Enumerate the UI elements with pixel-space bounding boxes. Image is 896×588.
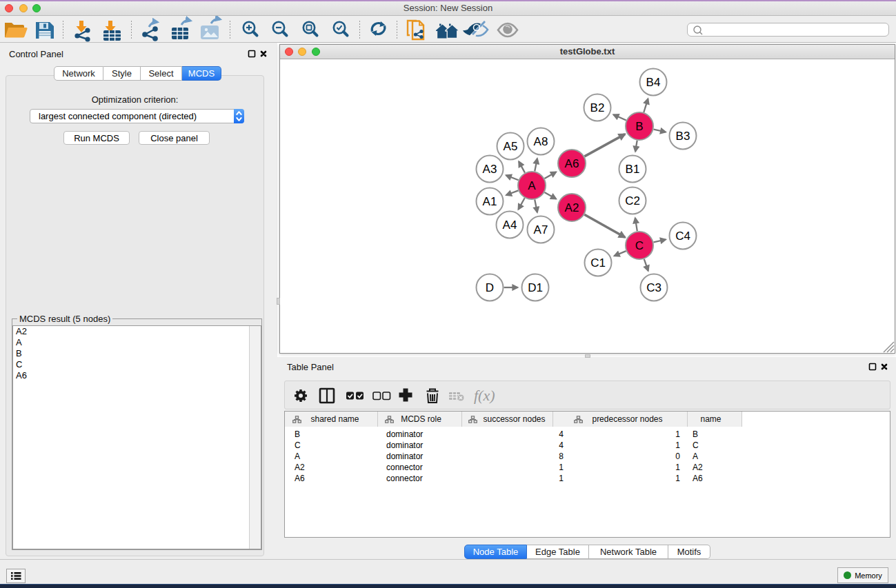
- svg-text:A6: A6: [565, 157, 579, 170]
- svg-text:C3: C3: [646, 281, 661, 294]
- svg-text:f(x): f(x): [474, 387, 495, 404]
- svg-text:D: D: [486, 281, 494, 294]
- svg-text:A2: A2: [565, 201, 579, 214]
- svg-text:D1: D1: [528, 281, 543, 294]
- svg-text:C2: C2: [625, 194, 640, 207]
- svg-text:B3: B3: [676, 130, 690, 143]
- svg-text:A1: A1: [483, 195, 497, 208]
- svg-text:B1: B1: [626, 163, 640, 176]
- svg-text:A4: A4: [503, 219, 517, 232]
- svg-text:A8: A8: [534, 135, 548, 148]
- svg-text:C1: C1: [590, 256, 606, 270]
- svg-text:A: A: [528, 179, 536, 192]
- svg-text:B4: B4: [646, 76, 661, 89]
- svg-text:B2: B2: [590, 101, 605, 114]
- svg-text:B: B: [635, 120, 643, 133]
- svg-text:A5: A5: [504, 140, 518, 153]
- svg-text:C4: C4: [675, 230, 690, 243]
- svg-text:A3: A3: [483, 163, 497, 176]
- svg-text:A7: A7: [534, 223, 548, 236]
- svg-text:C: C: [635, 239, 644, 252]
